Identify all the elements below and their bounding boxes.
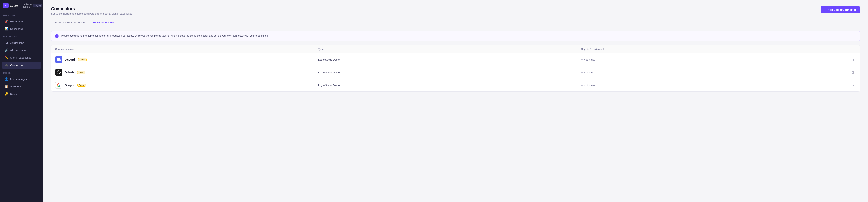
type-cell-github: Logto Social Demo	[318, 71, 581, 74]
content-area: i Please avoid using the demo connector …	[43, 26, 868, 202]
sidebar-item-label: Get started	[10, 20, 23, 23]
action-cell-google: 🗑	[844, 82, 856, 88]
dot-indicator	[581, 59, 583, 60]
logto-logo-text: Logto	[10, 4, 18, 7]
connector-name-cell-discord: Discord Demo	[55, 56, 318, 63]
sidebar-item-sign-in-experience[interactable]: ✏️ Sign-in experience	[2, 54, 41, 61]
sidebar-item-connectors[interactable]: 🔌 Connectors	[2, 62, 41, 69]
sidebar-item-dashboard[interactable]: 📊 Dashboard	[2, 25, 41, 32]
connector-name-cell-google: Google Demo	[55, 81, 318, 89]
logto-logo-icon: L	[3, 3, 9, 8]
action-cell-github: 🗑	[844, 70, 856, 75]
demo-badge-github: Demo	[77, 71, 86, 74]
logto-logo: L Logto	[3, 3, 18, 8]
sidebar-header: L Logto m64wu4 Tenant Staging ▾	[0, 0, 43, 11]
th-connector-name: Connector name	[55, 47, 318, 51]
delete-button-discord[interactable]: 🗑	[850, 57, 856, 62]
api-icon: 🔗	[5, 48, 8, 52]
warning-icon: i	[55, 34, 59, 38]
roles-icon: 🔑	[5, 92, 8, 96]
tenant-name: m64wu4 Tenant	[23, 3, 32, 8]
delete-button-github[interactable]: 🗑	[850, 70, 856, 75]
th-type: Type	[318, 47, 581, 51]
github-icon	[55, 69, 62, 76]
tabs-bar: Email and SMS connectors Social connecto…	[51, 19, 860, 26]
page-top-wrapper: Connectors Set up connectors to enable p…	[43, 0, 868, 15]
plus-icon: +	[825, 8, 826, 11]
demo-badge-google: Demo	[78, 84, 86, 87]
tab-social-connectors[interactable]: Social connectors	[89, 19, 118, 26]
sidebar-item-label: Dashboard	[10, 28, 23, 30]
sidebar-section-resources: Resources	[0, 33, 43, 39]
sign-in-cell-github: Not in use	[581, 71, 844, 74]
sidebar-item-label: Sign-in experience	[10, 56, 31, 59]
delete-button-google[interactable]: 🗑	[850, 82, 856, 88]
table-row[interactable]: GitHub Demo Logto Social Demo Not in use…	[51, 66, 860, 79]
warning-banner: i Please avoid using the demo connector …	[51, 31, 860, 41]
applications-icon: 🖥	[5, 41, 8, 44]
add-social-connector-button[interactable]: + Add Social Connector	[820, 6, 860, 13]
connectors-table: Connector name Type Sign in Experience ⓘ	[51, 45, 860, 92]
staging-badge: Staging	[33, 4, 42, 7]
sidebar: L Logto m64wu4 Tenant Staging ▾ Overview…	[0, 0, 43, 202]
audit-icon: 📋	[5, 85, 8, 88]
sidebar-item-user-management[interactable]: 👤 User management	[2, 75, 41, 82]
type-cell-google: Logto Social Demo	[318, 84, 581, 87]
sign-in-cell-discord: Not in use	[581, 58, 844, 61]
page-header: Connectors Set up connectors to enable p…	[51, 6, 132, 15]
connectors-icon: 🔌	[5, 63, 8, 67]
connector-name-google: Google	[65, 83, 74, 87]
user-icon: 👤	[5, 77, 8, 81]
sidebar-item-audit-logs[interactable]: 📋 Audit logs	[2, 83, 41, 90]
type-cell-discord: Logto Social Demo	[318, 58, 581, 61]
dashboard-icon: 📊	[5, 27, 8, 31]
discord-icon	[55, 56, 62, 63]
connector-name-cell-github: GitHub Demo	[55, 69, 318, 76]
main-content: Connectors Set up connectors to enable p…	[43, 0, 868, 202]
sidebar-section-overview: Overview	[0, 11, 43, 18]
sign-in-cell-google: Not in use	[581, 84, 844, 87]
sidebar-item-label: API resources	[10, 49, 26, 52]
action-cell-discord: 🗑	[844, 57, 856, 62]
sidebar-item-label: User management	[10, 78, 31, 80]
add-connector-label: Add Social Connector	[828, 8, 856, 11]
sidebar-item-api-resources[interactable]: 🔗 API resources	[2, 47, 41, 54]
rocket-icon: 🚀	[5, 20, 8, 23]
sidebar-item-label: Roles	[10, 93, 17, 96]
sign-in-icon: ✏️	[5, 56, 8, 60]
sidebar-item-label: Connectors	[10, 64, 23, 67]
th-action	[844, 47, 856, 51]
page-subtitle: Set up connectors to enable passwordless…	[51, 12, 132, 15]
sidebar-item-get-started[interactable]: 🚀 Get started	[2, 18, 41, 25]
dot-indicator	[581, 85, 583, 86]
tab-email-sms[interactable]: Email and SMS connectors	[51, 19, 89, 26]
sidebar-item-roles[interactable]: 🔑 Roles	[2, 91, 41, 98]
table-row[interactable]: Discord Demo Logto Social Demo Not in us…	[51, 53, 860, 66]
warning-text: Please avoid using the demo connector fo…	[61, 34, 269, 38]
th-sign-in-experience: Sign in Experience ⓘ	[581, 47, 844, 51]
sidebar-item-label: Applications	[10, 41, 24, 44]
connector-name-discord: Discord	[65, 58, 75, 61]
sidebar-item-applications[interactable]: 🖥 Applications	[2, 39, 41, 46]
dot-indicator	[581, 72, 583, 73]
page-title: Connectors	[51, 6, 132, 11]
sidebar-item-label: Audit logs	[10, 85, 21, 88]
table-header: Connector name Type Sign in Experience ⓘ	[51, 45, 860, 53]
tenant-info[interactable]: m64wu4 Tenant Staging ▾	[23, 3, 43, 8]
table-row[interactable]: Google Demo Logto Social Demo Not in use…	[51, 79, 860, 91]
sign-in-info-icon[interactable]: ⓘ	[603, 47, 606, 51]
sidebar-section-users: Users	[0, 69, 43, 75]
google-icon	[55, 81, 62, 89]
connector-name-github: GitHub	[65, 71, 74, 74]
demo-badge-discord: Demo	[78, 58, 87, 61]
